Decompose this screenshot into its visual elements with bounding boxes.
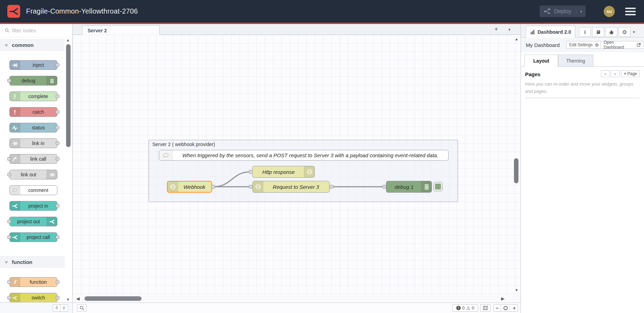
input-port[interactable]	[7, 280, 11, 284]
canvas-scrollbar-thumb[interactable]	[514, 158, 518, 183]
palette-node-link-out[interactable]: link out	[9, 170, 57, 179]
palette-category-common[interactable]: ∨common	[0, 39, 65, 51]
palette-node-switch[interactable]: switch	[9, 293, 57, 302]
output-port[interactable]	[56, 235, 59, 239]
notifications-button[interactable]: ! 0 ⚠ 0	[452, 304, 478, 312]
palette-search[interactable]	[0, 24, 72, 37]
input-port[interactable]	[7, 296, 11, 299]
node-http-response[interactable]: Http response	[252, 166, 315, 178]
tab-theming[interactable]: Theming	[558, 55, 593, 67]
palette-node-function[interactable]: functionf	[9, 277, 57, 287]
main-menu-button[interactable]	[625, 8, 636, 15]
bug-icon	[609, 30, 614, 35]
flow-canvas[interactable]: Server 2 ( webhook provider) When trigge…	[73, 35, 521, 295]
sidebar-divider	[525, 98, 639, 98]
error-icon: !	[456, 306, 461, 310]
palette-node-link-call[interactable]: link call	[9, 154, 57, 164]
move-page-down-button[interactable]: ∨	[611, 70, 620, 77]
config-tab-button[interactable]: ⚙	[619, 27, 630, 37]
move-page-up-button[interactable]: ∧	[601, 70, 610, 77]
input-port[interactable]	[7, 235, 11, 239]
deploy-button[interactable]: Deploy ▾	[540, 6, 586, 17]
warning-count: 0	[472, 305, 474, 311]
plus-icon: +	[494, 26, 498, 33]
palette-node-inject[interactable]: inject	[9, 60, 57, 70]
warning-icon: ⚠	[466, 306, 470, 311]
palette-node-comment[interactable]: comment	[9, 185, 57, 195]
palette-node-debug[interactable]: debug	[9, 76, 57, 86]
palette-node-project-out[interactable]: project out	[9, 217, 57, 226]
output-port[interactable]	[56, 157, 59, 161]
scroll-down-icon[interactable]: ▼	[66, 297, 70, 302]
globe-icon	[304, 166, 314, 177]
scroll-down-icon[interactable]: ▼	[515, 288, 518, 292]
open-dashboard-button[interactable]: Open Dashboard	[601, 41, 644, 49]
node-webhook[interactable]: Webhook	[167, 181, 212, 193]
input-port[interactable]	[7, 79, 11, 82]
scroll-up-icon[interactable]: ▲	[515, 37, 518, 41]
add-page-button[interactable]: + Page	[621, 70, 640, 77]
map-icon	[483, 305, 488, 311]
debug-list-icon	[421, 181, 432, 192]
zoom-in-button[interactable]: +	[511, 305, 518, 311]
zoom-reset-button[interactable]	[502, 305, 509, 311]
horizontal-scrollbar-thumb[interactable]	[84, 296, 142, 301]
scroll-left-icon[interactable]: ◀	[76, 296, 80, 301]
palette-node-link-in[interactable]: link in	[9, 138, 57, 148]
output-port[interactable]	[56, 280, 59, 284]
add-flow-button[interactable]: +	[492, 25, 501, 34]
navigator-button[interactable]	[480, 304, 491, 312]
help-tab-button[interactable]	[592, 27, 604, 37]
output-port[interactable]	[56, 95, 59, 98]
node-request-to-server-3[interactable]: Request to Server 3	[252, 181, 330, 193]
palette-node-complete[interactable]: complete	[9, 91, 57, 101]
palette-scrollbar-thumb[interactable]	[66, 44, 71, 147]
palette-node-project-in[interactable]: project in	[9, 201, 57, 211]
palette-node-project-call[interactable]: project call	[9, 232, 57, 242]
output-port[interactable]	[56, 126, 59, 129]
node-comment[interactable]: When triggered by the sensors, send a PO…	[159, 150, 449, 161]
scroll-right-icon[interactable]: ▶	[501, 296, 505, 301]
input-port[interactable]	[7, 220, 11, 223]
output-port[interactable]	[56, 204, 59, 208]
user-avatar[interactable]: su	[604, 6, 615, 17]
deploy-label: Deploy	[554, 8, 571, 15]
output-port[interactable]	[56, 110, 59, 114]
tab-dashboard-2[interactable]: Dashboard 2.0	[526, 26, 575, 38]
output-port[interactable]	[56, 296, 59, 299]
tab-server-2[interactable]: Server 2	[82, 25, 160, 35]
palette-category-function[interactable]: ∨function	[0, 256, 65, 268]
flow-list-button[interactable]: ▾	[505, 25, 514, 34]
canvas-horizontal-scrollbar[interactable]: ◀ ▶	[73, 295, 521, 303]
palette-expand-all-button[interactable]: ≫	[61, 304, 68, 312]
deploy-options-caret[interactable]: ▾	[576, 9, 586, 14]
chevron-down-icon: ∨	[614, 72, 617, 76]
node-red-editor: Fragile-Common-Yellowthroat-2706 Deploy …	[0, 0, 644, 313]
zoom-out-button[interactable]: −	[494, 305, 501, 311]
canvas-vertical-scrollbar[interactable]: ▲ ▼	[513, 35, 520, 295]
canvas-search-button[interactable]	[77, 304, 87, 312]
palette-scrollbar[interactable]: ▲ ▼	[65, 37, 72, 302]
chevron-up-icon: ∧	[604, 72, 607, 76]
input-port[interactable]	[7, 157, 11, 161]
palette-node-status[interactable]: status	[9, 123, 57, 133]
link-arrow-icon	[47, 170, 57, 179]
scroll-up-icon[interactable]: ▲	[66, 38, 70, 42]
exclaim-icon	[10, 107, 20, 117]
info-tab-button[interactable]: i	[579, 27, 591, 37]
tab-layout[interactable]: Layout	[524, 55, 558, 67]
node-debug-1[interactable]: debug 1	[386, 181, 432, 193]
dashboard-header: My Dashboard Edit Settings ⚙ Open Dashbo…	[521, 38, 644, 52]
debug-tab-button[interactable]	[605, 27, 617, 37]
palette-node-catch[interactable]: catch	[9, 107, 57, 117]
output-port[interactable]	[56, 142, 59, 145]
dashboard-title: My Dashboard	[526, 42, 560, 48]
output-port[interactable]	[56, 63, 59, 67]
edit-settings-button[interactable]: Edit Settings ⚙	[566, 41, 602, 49]
input-port[interactable]	[7, 173, 11, 176]
palette-collapse-all-button[interactable]: ≫	[53, 304, 61, 312]
group-label: Server 2 ( webhook provider)	[149, 140, 458, 147]
palette-search-input[interactable]	[12, 28, 57, 33]
debug-enable-toggle[interactable]	[433, 182, 443, 191]
sidebar-tabs-caret[interactable]: ▾	[633, 30, 635, 34]
